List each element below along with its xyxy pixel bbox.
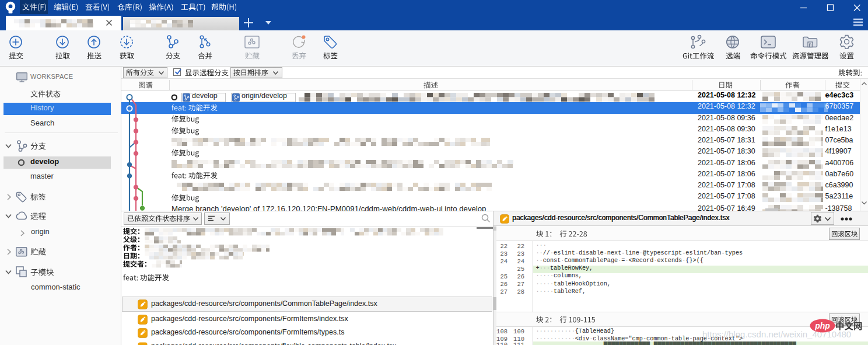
svg-text:php: php — [814, 321, 830, 330]
